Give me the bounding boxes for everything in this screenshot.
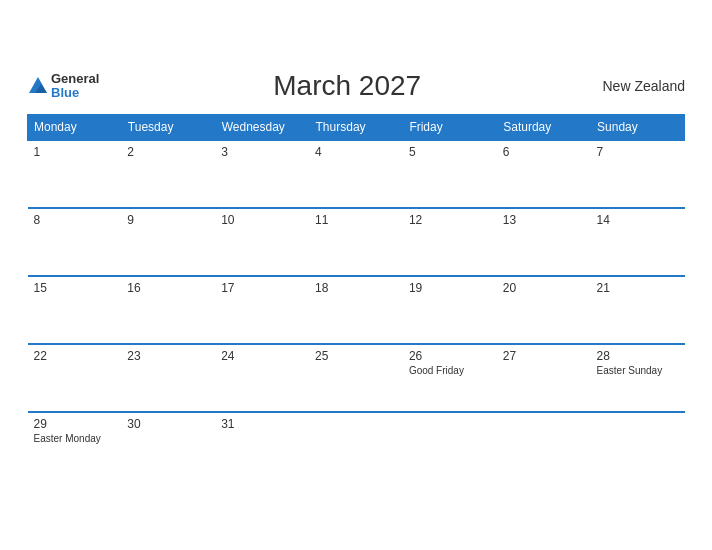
calendar-cell: 20 <box>497 276 591 344</box>
calendar-cell: 9 <box>121 208 215 276</box>
day-number: 9 <box>127 213 209 227</box>
header-friday: Friday <box>403 115 497 141</box>
logo-icon <box>27 75 49 97</box>
header-saturday: Saturday <box>497 115 591 141</box>
calendar-title: March 2027 <box>99 70 595 102</box>
header-tuesday: Tuesday <box>121 115 215 141</box>
week-row-4: 2223242526Good Friday2728Easter Sunday <box>28 344 685 412</box>
calendar-cell: 4 <box>309 140 403 208</box>
day-number: 1 <box>34 145 116 159</box>
calendar-cell <box>403 412 497 480</box>
calendar-cell: 17 <box>215 276 309 344</box>
day-number: 3 <box>221 145 303 159</box>
day-number: 2 <box>127 145 209 159</box>
logo-general-text: General <box>51 72 99 86</box>
day-number: 31 <box>221 417 303 431</box>
calendar-cell: 7 <box>591 140 685 208</box>
calendar-table: Monday Tuesday Wednesday Thursday Friday… <box>27 114 685 480</box>
calendar-cell <box>497 412 591 480</box>
calendar-cell: 30 <box>121 412 215 480</box>
day-number: 17 <box>221 281 303 295</box>
calendar-cell: 23 <box>121 344 215 412</box>
header-monday: Monday <box>28 115 122 141</box>
calendar-cell: 22 <box>28 344 122 412</box>
day-number: 27 <box>503 349 585 363</box>
day-number: 8 <box>34 213 116 227</box>
day-number: 10 <box>221 213 303 227</box>
logo-text: General Blue <box>51 72 99 101</box>
calendar-cell: 10 <box>215 208 309 276</box>
calendar-cell <box>309 412 403 480</box>
calendar-cell: 28Easter Sunday <box>591 344 685 412</box>
day-number: 16 <box>127 281 209 295</box>
day-number: 4 <box>315 145 397 159</box>
day-number: 30 <box>127 417 209 431</box>
week-row-1: 1234567 <box>28 140 685 208</box>
header-thursday: Thursday <box>309 115 403 141</box>
calendar-cell: 13 <box>497 208 591 276</box>
day-number: 25 <box>315 349 397 363</box>
calendar-cell: 1 <box>28 140 122 208</box>
calendar-cell: 29Easter Monday <box>28 412 122 480</box>
day-number: 20 <box>503 281 585 295</box>
calendar-cell: 3 <box>215 140 309 208</box>
day-event: Easter Sunday <box>597 365 679 376</box>
calendar-cell: 25 <box>309 344 403 412</box>
calendar-cell: 16 <box>121 276 215 344</box>
day-number: 11 <box>315 213 397 227</box>
logo: General Blue <box>27 72 99 101</box>
calendar-cell: 15 <box>28 276 122 344</box>
week-row-2: 891011121314 <box>28 208 685 276</box>
weekday-header-row: Monday Tuesday Wednesday Thursday Friday… <box>28 115 685 141</box>
day-event: Good Friday <box>409 365 491 376</box>
day-number: 7 <box>597 145 679 159</box>
calendar-cell: 24 <box>215 344 309 412</box>
calendar-cell: 2 <box>121 140 215 208</box>
calendar-cell: 19 <box>403 276 497 344</box>
calendar-cell: 12 <box>403 208 497 276</box>
week-row-3: 15161718192021 <box>28 276 685 344</box>
calendar-cell: 5 <box>403 140 497 208</box>
calendar-container: General Blue March 2027 New Zealand Mond… <box>11 54 701 496</box>
calendar-cell: 18 <box>309 276 403 344</box>
calendar-cell: 21 <box>591 276 685 344</box>
calendar-cell: 27 <box>497 344 591 412</box>
day-number: 28 <box>597 349 679 363</box>
logo-blue-text: Blue <box>51 86 99 100</box>
day-number: 13 <box>503 213 585 227</box>
day-number: 23 <box>127 349 209 363</box>
header-wednesday: Wednesday <box>215 115 309 141</box>
calendar-cell: 8 <box>28 208 122 276</box>
day-number: 18 <box>315 281 397 295</box>
day-number: 22 <box>34 349 116 363</box>
calendar-header: General Blue March 2027 New Zealand <box>27 70 685 102</box>
day-number: 21 <box>597 281 679 295</box>
day-number: 15 <box>34 281 116 295</box>
day-number: 14 <box>597 213 679 227</box>
calendar-cell <box>591 412 685 480</box>
header-sunday: Sunday <box>591 115 685 141</box>
day-number: 6 <box>503 145 585 159</box>
calendar-cell: 26Good Friday <box>403 344 497 412</box>
calendar-country: New Zealand <box>595 78 685 94</box>
day-event: Easter Monday <box>34 433 116 444</box>
day-number: 24 <box>221 349 303 363</box>
day-number: 26 <box>409 349 491 363</box>
day-number: 29 <box>34 417 116 431</box>
day-number: 19 <box>409 281 491 295</box>
day-number: 5 <box>409 145 491 159</box>
day-number: 12 <box>409 213 491 227</box>
week-row-5: 29Easter Monday3031 <box>28 412 685 480</box>
calendar-cell: 31 <box>215 412 309 480</box>
calendar-cell: 14 <box>591 208 685 276</box>
calendar-cell: 6 <box>497 140 591 208</box>
calendar-cell: 11 <box>309 208 403 276</box>
